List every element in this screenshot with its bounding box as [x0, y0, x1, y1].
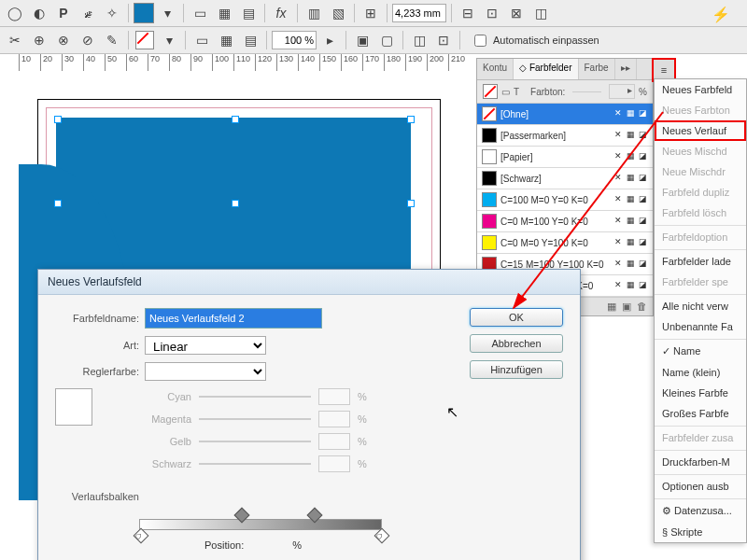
menu-item[interactable]: Name (klein)	[655, 362, 746, 383]
opacity-input[interactable]	[272, 31, 317, 49]
tool-icon[interactable]: ⊕	[28, 29, 50, 51]
swatch-name: [Ohne]	[500, 109, 609, 119]
magenta-label: Magenta	[145, 413, 191, 425]
tool-icon[interactable]: ▭	[189, 2, 211, 24]
black-value[interactable]	[318, 455, 350, 472]
none-icon[interactable]	[134, 29, 156, 51]
tab-kontur[interactable]: Kontu	[477, 59, 514, 79]
tool-icon[interactable]: ▣	[351, 29, 374, 51]
trash-icon[interactable]: 🗑	[637, 301, 647, 313]
menu-item[interactable]: Kleines Farbfe	[655, 383, 746, 403]
swatch-color-icon	[482, 106, 497, 121]
chevron-down-icon[interactable]: ▾	[158, 29, 180, 51]
tool-icon[interactable]: ⸙	[77, 2, 99, 24]
yellow-label: Gelb	[145, 436, 191, 447]
toolbar-row-1: ◯ ◐ P ⸙ ✧ ▾ ▭ ▦ ▤ fx ▥ ▧ ⊞ ⊟ ⊡ ⊠ ◫ ⚡	[0, 0, 747, 27]
swatch-row[interactable]: C=0 M=100 Y=0 K=0✕▦◪	[477, 211, 653, 232]
menu-item[interactable]: Unbenannte Fa	[655, 316, 746, 337]
fill-proxy-icon[interactable]	[483, 84, 498, 99]
tool-icon[interactable]: ⊠	[505, 2, 528, 24]
tab-farbe[interactable]: Farbe	[579, 59, 615, 79]
tool-icon[interactable]: ▢	[375, 29, 398, 51]
swatch-row[interactable]: C=0 M=0 Y=100 K=0✕▦◪	[477, 232, 653, 254]
container-icon[interactable]: ▭	[501, 87, 510, 97]
swatch-type-icons: ✕▦◪	[613, 280, 648, 291]
tool-icon[interactable]: ⊟	[457, 2, 479, 24]
stop-color-select[interactable]	[145, 362, 266, 381]
cyan-value[interactable]	[318, 388, 350, 405]
tool-icon[interactable]: ◐	[28, 2, 50, 24]
tool-icon[interactable]: ⊡	[432, 29, 455, 51]
yellow-value[interactable]	[318, 433, 350, 450]
yellow-slider[interactable]	[199, 441, 311, 442]
tool-icon[interactable]: ◯	[4, 2, 26, 24]
menu-item[interactable]: Alle nicht verw	[655, 294, 746, 316]
tab-farbfelder[interactable]: ◇ Farbfelder	[514, 59, 578, 79]
tool-icon[interactable]: ▭	[190, 29, 213, 51]
cancel-button[interactable]: Abbrechen	[470, 334, 563, 353]
tool-icon[interactable]: ⊘	[77, 29, 99, 51]
swatch-row[interactable]: [Passermarken]✕▦◪	[477, 125, 653, 147]
panel-collapse-icon[interactable]: ▸▸	[615, 59, 637, 79]
tool-icon[interactable]: ▤	[237, 2, 260, 24]
add-button[interactable]: Hinzufügen	[470, 360, 563, 379]
tint-value[interactable]: ▸	[609, 84, 635, 99]
cyan-label: Cyan	[145, 391, 191, 402]
swatch-name: [Passermarken]	[500, 131, 609, 141]
menu-item[interactable]: Neues Farbfeld	[655, 79, 746, 100]
magenta-value[interactable]	[318, 411, 350, 427]
paragraph-icon[interactable]: P	[52, 2, 75, 24]
swatch-type-icons: ✕▦◪	[613, 237, 648, 248]
menu-item: Neues Farbton	[655, 100, 746, 120]
tool-icon[interactable]: ◫	[529, 2, 552, 24]
cyan-slider[interactable]	[199, 396, 311, 398]
tool-icon[interactable]: ▥	[303, 2, 325, 24]
autofit-checkbox[interactable]: Automatisch einpassen	[471, 32, 599, 49]
tool-icon[interactable]: ▦	[215, 29, 237, 51]
swatch-row[interactable]: [Ohne]✕▦◪	[477, 104, 653, 125]
show-options-icon[interactable]: ▦	[607, 301, 616, 313]
tool-icon[interactable]: ✎	[101, 29, 123, 51]
menu-item[interactable]: Druckfarben-M	[655, 450, 746, 472]
tool-icon[interactable]: ✂	[4, 29, 26, 51]
bolt-icon[interactable]: ⚡	[712, 6, 730, 23]
gradient-type-select[interactable]: Linear	[145, 336, 266, 355]
tool-icon[interactable]: ⊗	[52, 29, 75, 51]
chevron-right-icon[interactable]: ▸	[318, 29, 341, 51]
tool-icon[interactable]: ⊞	[359, 2, 382, 24]
black-label: Schwarz	[145, 458, 191, 469]
new-swatch-icon[interactable]: ▣	[622, 301, 631, 313]
swatch-row[interactable]: C=100 M=0 Y=0 K=0✕▦◪	[477, 189, 653, 211]
menu-item[interactable]: Farbfelder lade	[655, 249, 746, 272]
tool-icon[interactable]: ✧	[101, 2, 123, 24]
swatch-row[interactable]: [Papier]✕▦◪	[477, 147, 653, 168]
tool-icon[interactable]: ◫	[408, 29, 430, 51]
menu-item[interactable]: § Skripte	[655, 522, 746, 542]
menu-item[interactable]: ⚙ Datenzusa...	[655, 498, 746, 522]
menu-item[interactable]: ✓ Name	[655, 339, 746, 362]
menu-item[interactable]: Optionen ausb	[655, 474, 746, 497]
fill-swatch[interactable]	[134, 3, 154, 23]
menu-item[interactable]: Großes Farbfe	[655, 403, 746, 424]
gradient-ramp[interactable]: ⌂⌂	[139, 519, 382, 530]
ok-button[interactable]: OK	[470, 308, 563, 327]
swatch-name: [Papier]	[500, 152, 609, 162]
fx-icon[interactable]: fx	[270, 2, 292, 24]
size-input[interactable]	[392, 4, 446, 22]
tool-icon[interactable]: ▤	[239, 29, 261, 51]
tool-icon[interactable]: ⊡	[481, 2, 503, 24]
tool-icon[interactable]: ▧	[327, 2, 349, 24]
tool-icon[interactable]: ▦	[213, 2, 235, 24]
menu-item: Farbfeldoption	[655, 225, 746, 247]
menu-item[interactable]: Neues Verlauf	[655, 120, 746, 141]
magenta-slider[interactable]	[199, 418, 311, 420]
swatch-color-icon	[482, 149, 497, 164]
swatch-row[interactable]: [Schwarz]✕▦◪	[477, 168, 653, 189]
swatch-color-icon	[482, 171, 497, 186]
swatch-name: C=100 M=0 Y=0 K=0	[500, 195, 609, 205]
swatch-name-input[interactable]	[145, 308, 322, 329]
black-slider[interactable]	[199, 463, 311, 465]
text-icon[interactable]: T	[514, 87, 519, 97]
menu-item: Farbfeld lösch	[655, 203, 746, 223]
chevron-down-icon[interactable]: ▾	[156, 2, 178, 24]
